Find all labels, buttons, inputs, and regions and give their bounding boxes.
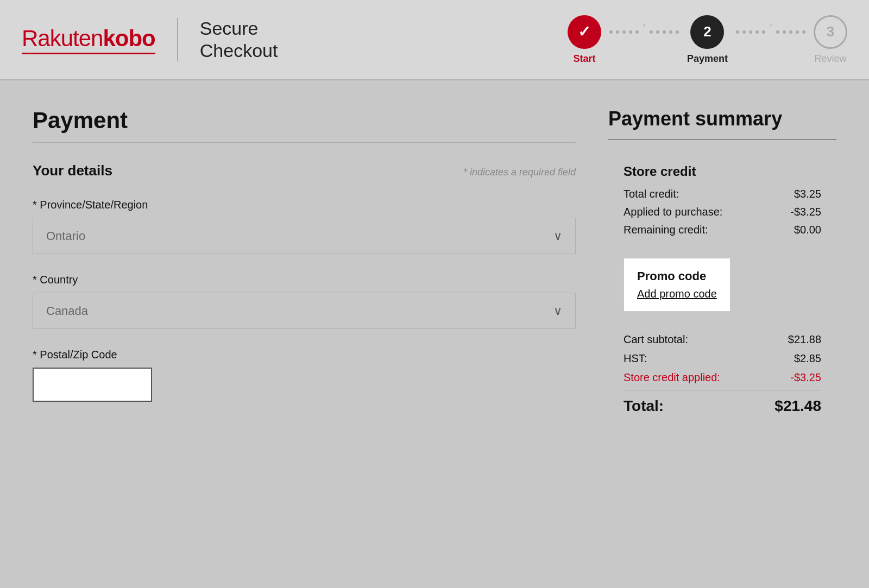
province-select-wrapper[interactable]: Ontario Quebec British Columbia Alberta … <box>33 218 576 254</box>
hst-label: HST: <box>624 352 647 365</box>
summary-inner-divider <box>624 390 821 391</box>
step-payment-circle: 2 <box>690 15 724 49</box>
step-review: 3 Review <box>814 15 847 65</box>
header: Rakutenkobo Secure Checkout ✓ Start › 2 <box>0 0 869 80</box>
step-dots-2: › <box>734 19 807 46</box>
step-payment-number: 2 <box>703 23 711 40</box>
country-field-group: * Country Canada United States United Ki… <box>33 274 576 329</box>
step-review-number: 3 <box>827 23 834 40</box>
arrow-icon-1: › <box>643 19 646 30</box>
store-credit-title: Store credit <box>624 164 821 179</box>
cart-subtotal-value: $21.88 <box>788 333 821 346</box>
total-credit-value: $3.25 <box>794 188 821 200</box>
your-details-row: Your details * indicates a required fiel… <box>33 162 576 179</box>
logo-text: Rakutenkobo <box>22 26 155 51</box>
postal-label: * Postal/Zip Code <box>33 349 576 361</box>
cart-subtotal-row: Cart subtotal: $21.88 <box>624 333 821 346</box>
credit-applied-value: -$3.25 <box>790 371 821 384</box>
step-start-label: Start <box>573 53 595 65</box>
step-start: ✓ Start <box>568 15 601 65</box>
step-review-circle: 3 <box>814 15 847 49</box>
total-credit-row: Total credit: $3.25 <box>624 188 821 200</box>
checkmark-icon: ✓ <box>578 23 590 41</box>
add-promo-code-link[interactable]: Add promo code <box>637 288 717 300</box>
applied-row: Applied to purchase: -$3.25 <box>624 206 821 218</box>
remaining-value: $0.00 <box>794 224 821 236</box>
province-label: * Province/State/Region <box>33 199 576 211</box>
arrow-icon-2: › <box>769 19 772 30</box>
province-select[interactable]: Ontario Quebec British Columbia Alberta <box>33 218 478 254</box>
checkout-steps: ✓ Start › 2 Payment › 3 Rev <box>568 15 847 65</box>
payment-title: Payment <box>33 108 576 134</box>
applied-value: -$3.25 <box>790 206 821 218</box>
required-note: * indicates a required field <box>463 167 576 178</box>
credit-applied-row: Store credit applied: -$3.25 <box>624 371 821 384</box>
step-dots-1: › <box>608 19 681 46</box>
left-panel: Payment Your details * indicates a requi… <box>33 108 608 566</box>
header-title: Secure Checkout <box>200 17 278 62</box>
hst-value: $2.85 <box>794 352 821 365</box>
header-divider <box>177 18 178 61</box>
total-row: Total: $21.48 <box>624 397 821 415</box>
step-start-circle: ✓ <box>568 15 601 49</box>
promo-code-box: Promo code Add promo code <box>624 258 731 312</box>
promo-section-wrapper: Promo code Add promo code <box>608 249 836 320</box>
postal-input[interactable] <box>33 368 152 402</box>
your-details-label: Your details <box>33 162 112 179</box>
total-value: $21.48 <box>774 397 821 415</box>
store-credit-box: Store credit Total credit: $3.25 Applied… <box>608 151 836 249</box>
cart-subtotal-label: Cart subtotal: <box>624 333 688 346</box>
country-chevron-icon: ∨ <box>553 304 562 318</box>
province-field-group: * Province/State/Region Ontario Quebec B… <box>33 199 576 254</box>
credit-applied-label: Store credit applied: <box>624 371 720 384</box>
step-payment: 2 Payment <box>687 15 728 65</box>
step-payment-label: Payment <box>687 53 728 65</box>
hst-row: HST: $2.85 <box>624 352 821 365</box>
promo-code-title: Promo code <box>637 269 717 283</box>
logo-underline <box>22 53 155 54</box>
country-label: * Country <box>33 274 576 286</box>
summary-title: Payment summary <box>608 108 836 130</box>
country-select-wrapper[interactable]: Canada United States United Kingdom ∨ <box>33 293 576 329</box>
step-review-label: Review <box>814 53 846 65</box>
postal-field-group: * Postal/Zip Code <box>33 349 576 402</box>
total-label: Total: <box>624 397 664 415</box>
country-select[interactable]: Canada United States United Kingdom <box>33 293 478 328</box>
main-content: Payment Your details * indicates a requi… <box>0 80 869 588</box>
right-panel: Payment summary Store credit Total credi… <box>608 108 836 566</box>
applied-label: Applied to purchase: <box>624 206 722 218</box>
remaining-label: Remaining credit: <box>624 224 708 236</box>
total-credit-label: Total credit: <box>624 188 679 200</box>
summary-amounts-section: Cart subtotal: $21.88 HST: $2.85 Store c… <box>608 320 836 428</box>
province-chevron-icon: ∨ <box>553 229 562 243</box>
section-divider <box>33 142 576 143</box>
summary-divider <box>608 139 836 140</box>
remaining-row: Remaining credit: $0.00 <box>624 224 821 236</box>
logo[interactable]: Rakutenkobo <box>22 26 155 54</box>
